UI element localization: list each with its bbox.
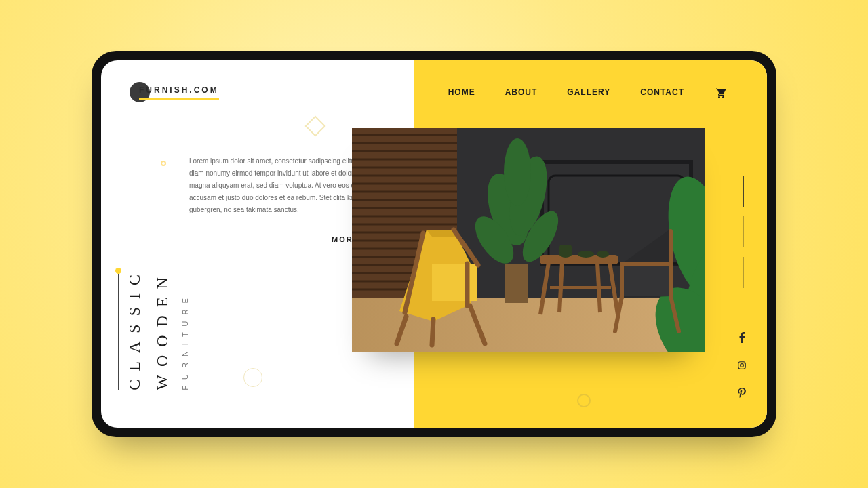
- heading-line-2: WOODEN: [153, 266, 172, 390]
- decor-ring: [577, 394, 591, 407]
- facebook-link[interactable]: [739, 332, 745, 346]
- hero-body: Lorem ipsum dolor sit amet, consetetur s…: [189, 155, 379, 216]
- svg-marker-46: [432, 264, 477, 301]
- cart-button[interactable]: [714, 86, 726, 98]
- slide-indicators: [743, 176, 744, 288]
- nav-about[interactable]: ABOUT: [505, 87, 538, 97]
- indicator-1[interactable]: [743, 176, 744, 207]
- pinterest-link[interactable]: [738, 388, 746, 401]
- heading-sub: FURNITURE: [181, 266, 189, 390]
- heading-rule: [118, 268, 119, 390]
- svg-point-42: [578, 251, 594, 258]
- hero-heading: CLASSIC WOODEN FURNITURE: [118, 266, 189, 390]
- svg-rect-41: [559, 245, 572, 253]
- svg-marker-54: [622, 264, 671, 296]
- heading-line-1: CLASSIC: [125, 266, 144, 390]
- pinterest-icon: [738, 388, 746, 398]
- svg-point-28: [504, 138, 531, 206]
- instagram-link[interactable]: [737, 361, 747, 373]
- brand-logo[interactable]: FURNISH.COM: [130, 82, 219, 102]
- decor-ring: [161, 161, 166, 166]
- svg-point-62: [744, 363, 745, 363]
- decor-ring: [243, 368, 262, 387]
- page: FURNISH.COM HOME ABOUT GALLERY CONTACT L…: [101, 60, 767, 428]
- indicator-2[interactable]: [743, 216, 744, 247]
- svg-rect-60: [738, 362, 746, 369]
- svg-rect-25: [505, 264, 528, 303]
- primary-nav: HOME ABOUT GALLERY CONTACT: [448, 86, 726, 98]
- decor-diamond: [304, 115, 326, 136]
- social-links: [737, 332, 747, 401]
- svg-point-43: [597, 251, 609, 258]
- instagram-icon: [737, 361, 747, 370]
- nav-contact[interactable]: CONTACT: [640, 87, 684, 97]
- indicator-3[interactable]: [743, 257, 744, 288]
- hero-image: [352, 128, 705, 352]
- facebook-icon: [739, 332, 745, 343]
- device-frame: FURNISH.COM HOME ABOUT GALLERY CONTACT L…: [92, 51, 776, 437]
- brand-name: FURNISH.COM: [139, 85, 219, 100]
- svg-point-61: [741, 364, 744, 367]
- svg-rect-34: [542, 257, 616, 262]
- nav-home[interactable]: HOME: [448, 87, 475, 97]
- svg-line-49: [432, 319, 433, 345]
- cart-icon: [714, 86, 726, 98]
- nav-gallery[interactable]: GALLERY: [567, 87, 610, 97]
